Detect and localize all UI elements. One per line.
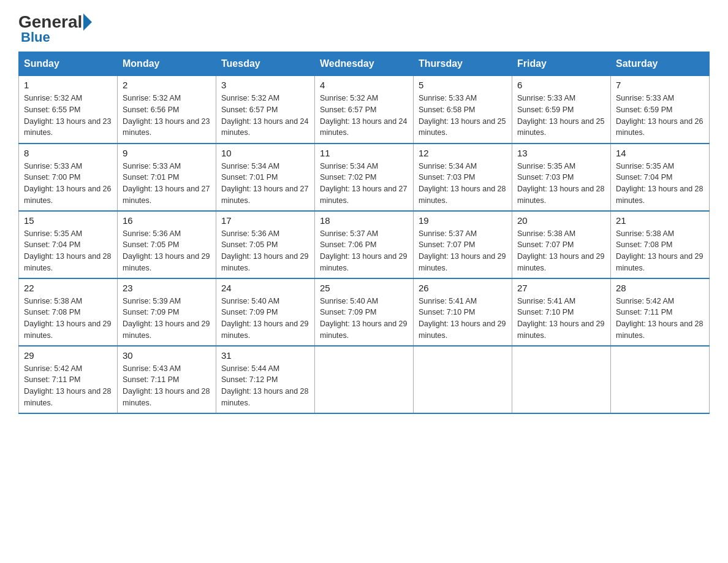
day-info: Sunrise: 5:32 AMSunset: 6:56 PMDaylight:… <box>123 94 210 137</box>
logo: General Blue <box>18 12 92 45</box>
day-info: Sunrise: 5:35 AMSunset: 7:04 PMDaylight:… <box>616 162 703 205</box>
day-info: Sunrise: 5:37 AMSunset: 7:06 PMDaylight:… <box>320 229 407 272</box>
calendar-cell: 27 Sunrise: 5:41 AMSunset: 7:10 PMDaylig… <box>512 278 611 346</box>
day-info: Sunrise: 5:33 AMSunset: 7:00 PMDaylight:… <box>24 162 111 205</box>
day-info: Sunrise: 5:32 AMSunset: 6:55 PMDaylight:… <box>24 94 111 137</box>
calendar-cell: 29 Sunrise: 5:42 AMSunset: 7:11 PMDaylig… <box>19 346 118 413</box>
calendar-cell <box>315 346 414 413</box>
calendar-week-row: 1 Sunrise: 5:32 AMSunset: 6:55 PMDayligh… <box>19 76 710 144</box>
day-info: Sunrise: 5:37 AMSunset: 7:07 PMDaylight:… <box>419 229 506 272</box>
day-number: 1 <box>24 80 112 90</box>
calendar-cell: 28 Sunrise: 5:42 AMSunset: 7:11 PMDaylig… <box>611 278 710 346</box>
calendar-table: SundayMondayTuesdayWednesdayThursdayFrid… <box>18 52 710 414</box>
calendar-cell: 26 Sunrise: 5:41 AMSunset: 7:10 PMDaylig… <box>414 278 512 346</box>
day-info: Sunrise: 5:33 AMSunset: 6:59 PMDaylight:… <box>517 94 604 137</box>
calendar-cell: 9 Sunrise: 5:33 AMSunset: 7:01 PMDayligh… <box>118 144 216 211</box>
calendar-body: 1 Sunrise: 5:32 AMSunset: 6:55 PMDayligh… <box>19 76 710 413</box>
day-number: 22 <box>24 283 112 293</box>
day-number: 4 <box>320 80 408 90</box>
calendar-cell: 19 Sunrise: 5:37 AMSunset: 7:07 PMDaylig… <box>414 211 512 278</box>
day-number: 19 <box>419 215 507 226</box>
day-info: Sunrise: 5:40 AMSunset: 7:09 PMDaylight:… <box>320 297 407 340</box>
calendar-cell <box>611 346 710 413</box>
day-info: Sunrise: 5:39 AMSunset: 7:09 PMDaylight:… <box>123 297 210 340</box>
calendar-cell: 22 Sunrise: 5:38 AMSunset: 7:08 PMDaylig… <box>19 278 118 346</box>
day-info: Sunrise: 5:41 AMSunset: 7:10 PMDaylight:… <box>517 297 604 340</box>
calendar-header-saturday: Saturday <box>611 52 710 76</box>
logo-blue: Blue <box>21 29 50 45</box>
calendar-cell: 17 Sunrise: 5:36 AMSunset: 7:05 PMDaylig… <box>216 211 315 278</box>
day-info: Sunrise: 5:34 AMSunset: 7:01 PMDaylight:… <box>221 162 308 205</box>
day-info: Sunrise: 5:33 AMSunset: 6:59 PMDaylight:… <box>616 94 703 137</box>
calendar-header-wednesday: Wednesday <box>315 52 414 76</box>
calendar-week-row: 8 Sunrise: 5:33 AMSunset: 7:00 PMDayligh… <box>19 144 710 211</box>
day-number: 26 <box>419 283 507 293</box>
day-number: 14 <box>616 148 704 158</box>
calendar-cell: 8 Sunrise: 5:33 AMSunset: 7:00 PMDayligh… <box>19 144 118 211</box>
calendar-cell: 4 Sunrise: 5:32 AMSunset: 6:57 PMDayligh… <box>315 76 414 144</box>
calendar-cell: 2 Sunrise: 5:32 AMSunset: 6:56 PMDayligh… <box>118 76 216 144</box>
calendar-cell: 5 Sunrise: 5:33 AMSunset: 6:58 PMDayligh… <box>414 76 512 144</box>
day-number: 20 <box>517 215 605 226</box>
calendar-cell: 31 Sunrise: 5:44 AMSunset: 7:12 PMDaylig… <box>216 346 315 413</box>
calendar-cell: 30 Sunrise: 5:43 AMSunset: 7:11 PMDaylig… <box>118 346 216 413</box>
calendar-cell: 16 Sunrise: 5:36 AMSunset: 7:05 PMDaylig… <box>118 211 216 278</box>
day-info: Sunrise: 5:34 AMSunset: 7:03 PMDaylight:… <box>419 162 506 205</box>
day-info: Sunrise: 5:32 AMSunset: 6:57 PMDaylight:… <box>320 94 407 137</box>
day-number: 11 <box>320 148 408 158</box>
day-number: 9 <box>123 148 211 158</box>
calendar-cell: 18 Sunrise: 5:37 AMSunset: 7:06 PMDaylig… <box>315 211 414 278</box>
calendar-cell: 13 Sunrise: 5:35 AMSunset: 7:03 PMDaylig… <box>512 144 611 211</box>
calendar-cell: 7 Sunrise: 5:33 AMSunset: 6:59 PMDayligh… <box>611 76 710 144</box>
day-number: 16 <box>123 215 211 226</box>
logo-triangle-icon <box>83 13 92 31</box>
day-info: Sunrise: 5:35 AMSunset: 7:03 PMDaylight:… <box>517 162 604 205</box>
calendar-header-tuesday: Tuesday <box>216 52 315 76</box>
calendar-cell <box>512 346 611 413</box>
day-number: 23 <box>123 283 211 293</box>
day-number: 25 <box>320 283 408 293</box>
calendar-cell: 3 Sunrise: 5:32 AMSunset: 6:57 PMDayligh… <box>216 76 315 144</box>
day-info: Sunrise: 5:33 AMSunset: 6:58 PMDaylight:… <box>419 94 506 137</box>
calendar-cell: 10 Sunrise: 5:34 AMSunset: 7:01 PMDaylig… <box>216 144 315 211</box>
day-number: 24 <box>221 283 309 293</box>
calendar-week-row: 29 Sunrise: 5:42 AMSunset: 7:11 PMDaylig… <box>19 346 710 413</box>
day-number: 13 <box>517 148 605 158</box>
day-number: 21 <box>616 215 704 226</box>
day-info: Sunrise: 5:38 AMSunset: 7:07 PMDaylight:… <box>517 229 604 272</box>
calendar-cell: 23 Sunrise: 5:39 AMSunset: 7:09 PMDaylig… <box>118 278 216 346</box>
calendar-cell: 11 Sunrise: 5:34 AMSunset: 7:02 PMDaylig… <box>315 144 414 211</box>
day-number: 3 <box>221 80 309 90</box>
day-number: 6 <box>517 80 605 90</box>
day-info: Sunrise: 5:41 AMSunset: 7:10 PMDaylight:… <box>419 297 506 340</box>
calendar-cell: 15 Sunrise: 5:35 AMSunset: 7:04 PMDaylig… <box>19 211 118 278</box>
calendar-cell: 6 Sunrise: 5:33 AMSunset: 6:59 PMDayligh… <box>512 76 611 144</box>
day-number: 7 <box>616 80 704 90</box>
day-number: 29 <box>24 350 112 361</box>
day-info: Sunrise: 5:34 AMSunset: 7:02 PMDaylight:… <box>320 162 407 205</box>
page-header: General Blue <box>18 12 710 45</box>
day-info: Sunrise: 5:43 AMSunset: 7:11 PMDaylight:… <box>123 364 210 407</box>
day-info: Sunrise: 5:40 AMSunset: 7:09 PMDaylight:… <box>221 297 308 340</box>
calendar-cell: 14 Sunrise: 5:35 AMSunset: 7:04 PMDaylig… <box>611 144 710 211</box>
calendar-cell: 25 Sunrise: 5:40 AMSunset: 7:09 PMDaylig… <box>315 278 414 346</box>
day-number: 5 <box>419 80 507 90</box>
day-info: Sunrise: 5:44 AMSunset: 7:12 PMDaylight:… <box>221 364 308 407</box>
day-info: Sunrise: 5:36 AMSunset: 7:05 PMDaylight:… <box>221 229 308 272</box>
day-info: Sunrise: 5:38 AMSunset: 7:08 PMDaylight:… <box>616 229 703 272</box>
calendar-header-row: SundayMondayTuesdayWednesdayThursdayFrid… <box>19 52 710 76</box>
day-info: Sunrise: 5:42 AMSunset: 7:11 PMDaylight:… <box>24 364 111 407</box>
calendar-header-sunday: Sunday <box>19 52 118 76</box>
day-number: 15 <box>24 215 112 226</box>
calendar-cell: 21 Sunrise: 5:38 AMSunset: 7:08 PMDaylig… <box>611 211 710 278</box>
day-number: 27 <box>517 283 605 293</box>
day-info: Sunrise: 5:33 AMSunset: 7:01 PMDaylight:… <box>123 162 210 205</box>
day-number: 10 <box>221 148 309 158</box>
calendar-cell <box>414 346 512 413</box>
day-info: Sunrise: 5:36 AMSunset: 7:05 PMDaylight:… <box>123 229 210 272</box>
day-number: 28 <box>616 283 704 293</box>
calendar-cell: 20 Sunrise: 5:38 AMSunset: 7:07 PMDaylig… <box>512 211 611 278</box>
day-number: 2 <box>123 80 211 90</box>
day-info: Sunrise: 5:42 AMSunset: 7:11 PMDaylight:… <box>616 297 703 340</box>
day-number: 17 <box>221 215 309 226</box>
